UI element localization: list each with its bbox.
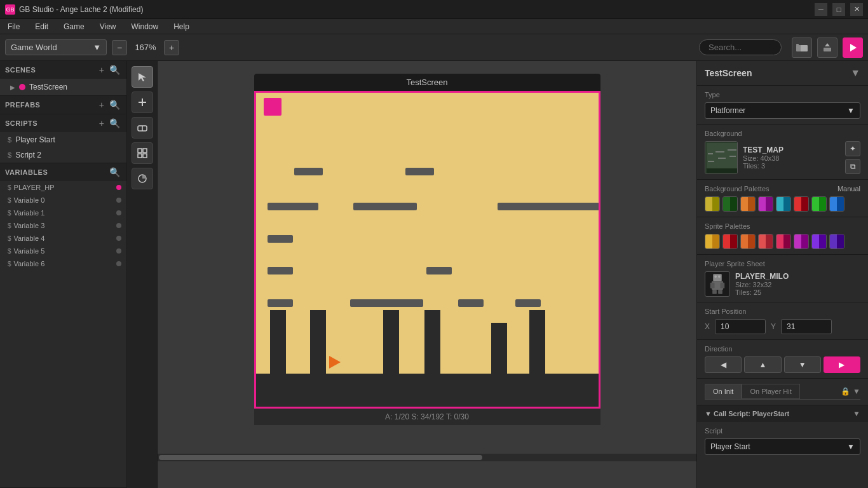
scripts-add-button[interactable]: + <box>98 118 105 128</box>
props-collapse-button[interactable]: ▼ <box>850 67 860 79</box>
sprite-palette-2[interactable] <box>740 234 756 249</box>
lock-icon: 🔒 <box>841 387 850 396</box>
select-tool-button[interactable] <box>132 66 153 88</box>
add-icon <box>137 97 147 107</box>
zoom-in-button[interactable]: + <box>164 40 179 55</box>
tool-panel <box>127 61 158 488</box>
sprite-palette-3[interactable] <box>758 234 773 249</box>
variable-name-0: $ PLAYER_HP <box>8 184 55 191</box>
variables-section: VARIABLES 🔍 $ PLAYER_HP $ Variable 0 <box>0 163 126 488</box>
type-select[interactable]: Platformer ▼ <box>705 102 860 119</box>
on-player-hit-tab[interactable]: On Player Hit <box>742 384 799 399</box>
play-button[interactable] <box>843 37 863 58</box>
menu-file[interactable]: File <box>5 21 22 32</box>
bg-palette-5[interactable] <box>794 196 809 212</box>
sprite-palette-0[interactable] <box>705 234 720 249</box>
variable-item-4[interactable]: $ Variable 4 <box>0 232 126 245</box>
scenes-add-button[interactable]: + <box>98 65 105 75</box>
variable-item-player-hp[interactable]: $ PLAYER_HP <box>0 181 126 194</box>
x-input[interactable] <box>715 319 766 334</box>
platform-r5-1 <box>268 299 293 307</box>
variable-item-3[interactable]: $ Variable 3 <box>0 219 126 232</box>
open-folder-button[interactable] <box>792 37 812 58</box>
bg-palette-0[interactable] <box>705 196 720 212</box>
menu-window[interactable]: Window <box>129 21 161 32</box>
scenes-search-button[interactable]: 🔍 <box>108 65 121 75</box>
script-item-player-start[interactable]: $ Player Start <box>0 132 126 147</box>
variables-header[interactable]: VARIABLES 🔍 <box>0 163 126 181</box>
close-button[interactable]: ✕ <box>850 3 863 16</box>
zoom-level: 167% <box>130 43 161 52</box>
menu-help[interactable]: Help <box>171 21 192 32</box>
bg-palette-7[interactable] <box>829 196 844 212</box>
variable-item-6[interactable]: $ Variable 6 <box>0 257 126 270</box>
variable-item-0[interactable]: $ Variable 0 <box>0 194 126 207</box>
tile-tool-button[interactable] <box>132 142 153 164</box>
canvas-scrollbar[interactable] <box>158 454 696 461</box>
zoom-out-button[interactable]: − <box>112 40 127 55</box>
prefabs-header[interactable]: PREFABS + 🔍 <box>0 96 126 114</box>
minimize-button[interactable]: ─ <box>815 3 827 16</box>
background-size: Size: 40x38 <box>743 154 840 162</box>
y-label: Y <box>771 322 776 331</box>
script-value: Player Start <box>710 442 750 451</box>
bg-palette-1[interactable] <box>722 196 738 212</box>
script-select[interactable]: Player Start ▼ <box>705 438 860 455</box>
sprite-palette-6[interactable] <box>811 234 827 249</box>
prefabs-search-button[interactable]: 🔍 <box>108 100 121 110</box>
variable-item-1[interactable]: $ Variable 1 <box>0 207 126 219</box>
scene-item-testscreen[interactable]: ▶ TestScreen <box>0 79 126 95</box>
sprite-palette-1[interactable] <box>722 234 738 249</box>
background-copy-button[interactable]: ⧉ <box>845 159 860 174</box>
palette-tool-button[interactable] <box>132 168 153 189</box>
dir-right-button[interactable]: ▶ <box>824 356 860 373</box>
background-replace-button[interactable]: ✦ <box>845 141 860 156</box>
erase-tool-button[interactable] <box>132 117 153 139</box>
y-input[interactable] <box>781 319 832 334</box>
scripts-actions: + 🔍 <box>98 118 121 128</box>
sprite-palette-4[interactable] <box>776 234 791 249</box>
sprite-palette-7[interactable] <box>829 234 844 249</box>
script-tabs: On Init On Player Hit 🔒 ▼ <box>705 384 860 400</box>
bg-palette-2[interactable] <box>740 196 756 212</box>
scripts-header[interactable]: SCRIPTS + 🔍 <box>0 114 126 132</box>
variable-item-5[interactable]: $ Variable 5 <box>0 245 126 257</box>
scripts-section: SCRIPTS + 🔍 $ Player Start $ Script 2 <box>0 114 126 163</box>
bg-palette-6[interactable] <box>811 196 827 212</box>
scene-canvas[interactable] <box>254 91 600 409</box>
on-init-tab[interactable]: On Init <box>705 384 742 399</box>
add-tool-button[interactable] <box>132 92 153 113</box>
titlebar-controls[interactable]: ─ □ ✕ <box>815 3 863 16</box>
pillar-1 <box>270 310 286 374</box>
script-item-script2[interactable]: $ Script 2 <box>0 147 126 163</box>
background-actions: ✦ ⧉ <box>845 141 860 174</box>
bg-palette-4[interactable] <box>776 196 791 212</box>
dir-left-button[interactable]: ◀ <box>705 356 742 373</box>
svg-rect-11 <box>138 149 142 152</box>
variables-search-button[interactable]: 🔍 <box>108 167 121 177</box>
world-selector-arrow: ▼ <box>93 43 101 52</box>
dir-up-button[interactable]: ▲ <box>744 356 781 373</box>
scene-status: A: 1/20 S: 34/192 T: 0/30 <box>385 412 469 421</box>
bg-palette-3[interactable] <box>758 196 773 212</box>
prefabs-add-button[interactable]: + <box>98 100 105 110</box>
sprite-palette-5[interactable] <box>794 234 809 249</box>
maximize-button[interactable]: □ <box>832 3 845 16</box>
scenes-header[interactable]: SCENES + 🔍 <box>0 61 126 79</box>
world-selector-label: Game World <box>11 43 57 52</box>
search-input[interactable] <box>699 39 782 55</box>
svg-rect-21 <box>729 156 736 157</box>
scene-title: TestScreen <box>406 78 447 87</box>
sprite-palettes-section: Sprite Palettes <box>697 217 868 255</box>
svg-rect-27 <box>710 283 715 288</box>
menu-edit[interactable]: Edit <box>32 21 51 32</box>
scripts-search-button[interactable]: 🔍 <box>108 118 121 128</box>
world-selector[interactable]: Game World ▼ <box>5 39 107 55</box>
menu-view[interactable]: View <box>97 21 119 32</box>
player-sprite-section: Player Sprite Sheet PLAYER_MIL <box>697 255 868 302</box>
call-script-header[interactable]: ▼ Call Script: PlayerStart ▼ <box>697 405 868 422</box>
menu-game[interactable]: Game <box>61 21 87 32</box>
dir-down-button[interactable]: ▼ <box>784 356 821 373</box>
export-button[interactable] <box>817 37 837 58</box>
pillar-6 <box>529 310 545 374</box>
